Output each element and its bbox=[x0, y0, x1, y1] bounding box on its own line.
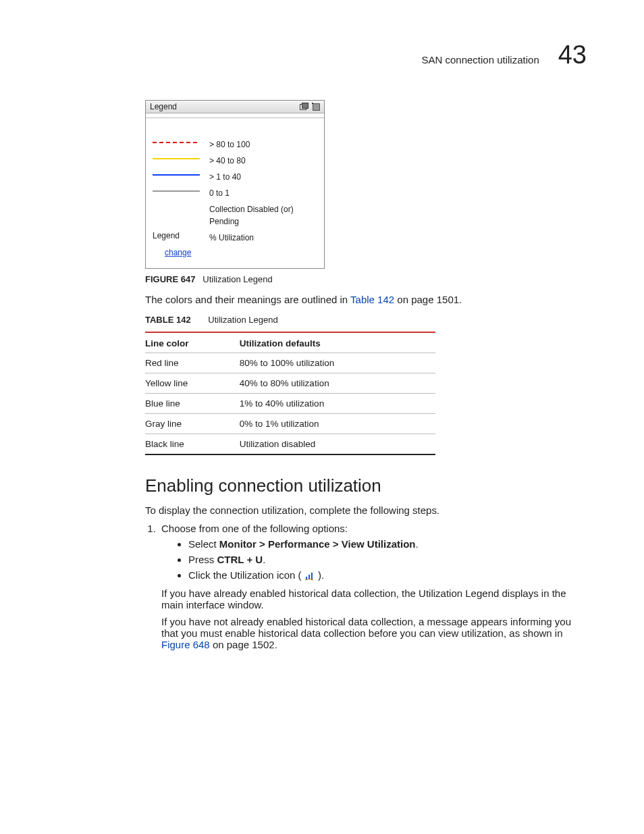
svg-rect-1 bbox=[308, 575, 310, 579]
legend-label: > 40 to 80 bbox=[209, 155, 246, 167]
legend-footer: Legend % Utilization bbox=[153, 232, 317, 244]
legend-footer-right: % Utilization bbox=[209, 232, 254, 244]
legend-change-link[interactable]: change bbox=[165, 248, 317, 257]
table-row: Blue line1% to 40% utilization bbox=[145, 394, 435, 414]
legend-titlebar: Legend bbox=[146, 101, 324, 113]
legend-row: 0 to 1 bbox=[153, 187, 317, 199]
legend-label: 0 to 1 bbox=[209, 187, 230, 199]
restore-icon[interactable] bbox=[312, 103, 320, 111]
option-keyboard: Press CTRL + U. bbox=[188, 554, 587, 565]
step-note-2: If you have not already enabled historic… bbox=[161, 616, 587, 650]
section-heading: Enabling connection utilization bbox=[145, 475, 587, 496]
swatch-blue-icon bbox=[153, 174, 200, 176]
utilization-table: Line color Utilization defaults Red line… bbox=[145, 332, 435, 455]
col-header: Line color bbox=[145, 332, 240, 353]
legend-row: > 1 to 40 bbox=[153, 171, 317, 183]
section-intro: To display the connection utilization, c… bbox=[145, 504, 587, 516]
legend-row: Collection Disabled (or) Pending bbox=[153, 203, 317, 228]
maximize-icon[interactable] bbox=[300, 103, 308, 111]
running-header-title: SAN connection utilization bbox=[421, 54, 539, 66]
figure-caption-text: Utilization Legend bbox=[203, 274, 272, 284]
legend-panel: Legend > 80 to 100 > 40 to 80 > 1 to 40 bbox=[145, 100, 325, 269]
table-row: Gray line0% to 1% utilization bbox=[145, 414, 435, 434]
legend-row: > 80 to 100 bbox=[153, 138, 317, 151]
legend-label: Collection Disabled (or) Pending bbox=[209, 203, 317, 228]
legend-row: > 40 to 80 bbox=[153, 155, 317, 167]
steps-list: Choose from one of the following options… bbox=[145, 523, 587, 650]
swatch-yellow-icon bbox=[153, 158, 200, 159]
chapter-number: 43 bbox=[558, 41, 587, 70]
figure-648-link[interactable]: Figure 648 bbox=[161, 639, 210, 650]
figure-caption: FIGURE 647 Utilization Legend bbox=[145, 274, 587, 284]
table-142-link[interactable]: Table 142 bbox=[350, 294, 394, 305]
intro-paragraph: The colors and their meanings are outlin… bbox=[145, 294, 587, 305]
swatch-red-icon bbox=[153, 142, 200, 143]
legend-label: > 1 to 40 bbox=[209, 171, 241, 183]
step-1: Choose from one of the following options… bbox=[159, 523, 587, 650]
table-label: TABLE 142 bbox=[145, 315, 191, 325]
option-select-menu: Select Monitor > Performance > View Util… bbox=[188, 538, 587, 550]
table-row: Red line80% to 100% utilization bbox=[145, 353, 435, 373]
step-note-1: If you have already enabled historical d… bbox=[161, 588, 587, 610]
legend-title: Legend bbox=[150, 102, 177, 111]
utilization-icon bbox=[304, 571, 315, 581]
legend-label: > 80 to 100 bbox=[209, 138, 250, 151]
svg-rect-2 bbox=[311, 573, 313, 579]
table-row: Yellow line40% to 80% utilization bbox=[145, 373, 435, 394]
running-header: SAN connection utilization 43 bbox=[57, 41, 587, 70]
table-caption-text: Utilization Legend bbox=[208, 315, 277, 325]
figure-label: FIGURE 647 bbox=[145, 274, 195, 284]
col-header: Utilization defaults bbox=[240, 332, 435, 353]
options-list: Select Monitor > Performance > View Util… bbox=[176, 538, 587, 581]
legend-footer-left: Legend bbox=[153, 232, 200, 240]
option-icon: Click the Utilization icon ( ). bbox=[188, 569, 587, 581]
table-caption: TABLE 142 Utilization Legend bbox=[145, 315, 587, 325]
swatch-gray-icon bbox=[153, 190, 200, 192]
table-row: Black lineUtilization disabled bbox=[145, 434, 435, 455]
legend-divider bbox=[146, 113, 324, 118]
